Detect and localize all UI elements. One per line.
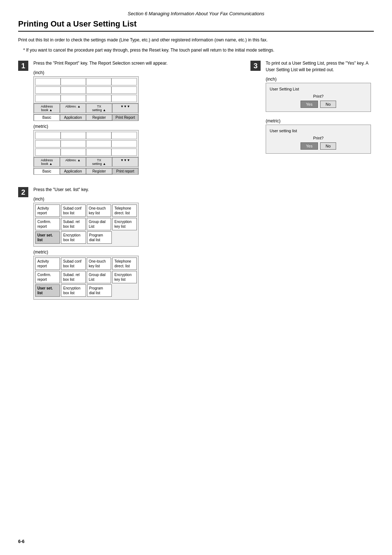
- tab-abbrev-inch[interactable]: Abbrev. ▲: [60, 104, 86, 113]
- btn-empty-metric: [113, 284, 137, 297]
- btn-user-set-inch[interactable]: User set. list: [35, 231, 60, 244]
- tab-address-book-metric[interactable]: Addressbook ▲: [34, 157, 60, 167]
- confirm-dialog-metric: User setting list Print? Yes No: [266, 125, 371, 154]
- intro-note: * If you want to cancel the procedure pa…: [23, 47, 374, 53]
- tab-printreport-inch[interactable]: Print Report: [112, 114, 138, 121]
- step3-metric-label: (metric): [266, 118, 374, 123]
- dialog-no-metric[interactable]: No: [320, 142, 336, 150]
- page-number: 6-6: [18, 539, 24, 544]
- report-row-2: Confirm. report Subad. rel box list Grou…: [35, 218, 137, 230]
- row1-cell2: [61, 78, 86, 85]
- step1-inch-label: (inch): [33, 70, 240, 75]
- row2-cell4: [111, 86, 137, 94]
- tab-address-book-inch[interactable]: Addressbook ▲: [34, 104, 60, 113]
- btn-empty-inch: [113, 231, 137, 244]
- tab-dots-inch[interactable]: ▼▼▼: [112, 104, 138, 113]
- row3-cell3: [86, 95, 111, 102]
- dialog-no-inch[interactable]: No: [320, 101, 336, 108]
- report-grid-inch: Activity report Subad conf box list One-…: [33, 203, 139, 247]
- section-title: Section 6 Managing Information About You…: [18, 11, 374, 16]
- tab-tx-setting-inch[interactable]: TXsetting ▲: [86, 104, 112, 113]
- row3-cell4: [111, 95, 137, 102]
- btn-user-set-metric[interactable]: User set. list: [35, 284, 60, 297]
- dialog-label-metric: Print?: [270, 136, 367, 140]
- report-grid-metric: Activity report Subad conf box list One-…: [33, 256, 139, 300]
- btn-subad-conf-metric[interactable]: Subad conf box list: [61, 258, 86, 270]
- row3-cell1: [35, 95, 61, 102]
- m-row2-cell4: [111, 140, 137, 147]
- intro-para1: Print out this list in order to check th…: [18, 37, 374, 43]
- m-row1-cell3: [86, 132, 111, 139]
- dialog-label-inch: Print?: [270, 94, 367, 98]
- dialog-yes-metric[interactable]: Yes: [301, 142, 318, 150]
- step1-text: Press the "Print Report" key. The Report…: [33, 60, 240, 66]
- btn-onetouch-inch[interactable]: One-touch key list: [87, 204, 111, 217]
- row3-cell2: [61, 95, 86, 102]
- m-row2-cell3: [86, 140, 111, 147]
- tab-register-inch[interactable]: Register: [86, 114, 112, 121]
- step2-number: 2: [18, 187, 28, 197]
- btn-subad-conf-inch[interactable]: Subad conf box list: [61, 204, 86, 217]
- report-row-1: Activity report Subad conf box list One-…: [35, 204, 137, 217]
- tab-basic-metric[interactable]: Basic: [34, 168, 60, 174]
- tab-abbrev-metric[interactable]: Abbrev. ▲: [60, 157, 86, 167]
- step1-metric-label: (metric): [33, 124, 240, 129]
- step2-text: Press the "User set. list" key.: [33, 186, 240, 193]
- m-row3-cell1: [35, 149, 61, 156]
- btn-confirm-report-inch[interactable]: Confirm. report: [35, 218, 60, 230]
- step2-metric-label: (metric): [33, 250, 240, 255]
- btn-subad-rel-inch[interactable]: Subad. rel box list: [61, 218, 86, 230]
- btn-encryption-key-inch[interactable]: Encryption key list: [112, 218, 137, 230]
- btn-telephone-metric[interactable]: Telephone direct. list: [112, 258, 137, 270]
- m-row3-cell2: [61, 149, 86, 156]
- step1-number: 1: [18, 61, 28, 71]
- step1-inch-screen: Addressbook ▲ Abbrev. ▲ TXsetting ▲ ▼▼▼ …: [33, 76, 139, 121]
- report-row-m1: Activity report Subad conf box list One-…: [35, 258, 137, 270]
- tab-register-metric[interactable]: Register: [86, 168, 112, 174]
- row2-cell1: [35, 86, 61, 94]
- step3-number: 3: [250, 61, 261, 71]
- btn-activity-report-inch[interactable]: Activity report: [35, 204, 60, 217]
- btn-onetouch-metric[interactable]: One-touch key list: [87, 258, 111, 270]
- btn-confirm-report-metric[interactable]: Confirm. report: [35, 271, 60, 283]
- m-row3-cell4: [111, 149, 137, 156]
- m-row3-cell3: [86, 149, 111, 156]
- step2-inch-label: (inch): [33, 197, 240, 202]
- tab-application-inch[interactable]: Application: [60, 114, 86, 121]
- report-row-3: User set. list Encryption box list Progr…: [35, 231, 137, 244]
- dialog-title-metric: User setting list: [270, 129, 367, 133]
- dialog-yes-inch[interactable]: Yes: [301, 101, 318, 108]
- m-row2-cell2: [61, 140, 86, 147]
- step1-metric-screen: Addressbook ▲ Abbrev. ▲ TXsetting ▲ ▼▼▼ …: [33, 130, 139, 175]
- dialog-title-inch: User Setting List: [270, 87, 367, 91]
- tab-tx-setting-metric[interactable]: TXsetting ▲: [86, 157, 112, 167]
- btn-encryption-box-inch[interactable]: Encryption box list: [61, 231, 86, 244]
- m-row1-cell1: [35, 132, 61, 139]
- row1-cell1: [35, 78, 61, 85]
- btn-program-dial-inch[interactable]: Program dial list: [87, 231, 112, 244]
- btn-group-dial-inch[interactable]: Group dial List: [87, 218, 111, 230]
- tab-printreport-metric[interactable]: Print report: [112, 168, 138, 174]
- step3-text: To print out a User Setting List, press …: [266, 60, 374, 73]
- row2-cell3: [86, 86, 111, 94]
- page-title: Printing Out a User Setting List: [18, 19, 374, 32]
- confirm-dialog-inch: User Setting List Print? Yes No: [266, 83, 371, 112]
- tab-application-metric[interactable]: Application: [60, 168, 86, 174]
- btn-activity-report-metric[interactable]: Activity report: [35, 258, 60, 270]
- btn-encryption-box-metric[interactable]: Encryption box list: [61, 284, 86, 297]
- row1-cell3: [86, 78, 111, 85]
- tab-dots-metric[interactable]: ▼▼▼: [112, 157, 138, 167]
- row1-cell4: [111, 78, 137, 85]
- row2-cell2: [61, 86, 86, 94]
- m-row2-cell1: [35, 140, 61, 147]
- btn-telephone-inch[interactable]: Telephone direct. list: [112, 204, 137, 217]
- btn-group-dial-metric[interactable]: Group dial List: [87, 271, 111, 283]
- tab-basic-inch[interactable]: Basic: [34, 114, 60, 121]
- btn-encryption-key-metric[interactable]: Encryption key list: [112, 271, 137, 283]
- m-row1-cell2: [61, 132, 86, 139]
- btn-subad-rel-metric[interactable]: Subad. rel box list: [61, 271, 86, 283]
- report-row-m2: Confirm. report Subad. rel box list Grou…: [35, 271, 137, 283]
- btn-program-dial-metric[interactable]: Program dial list: [87, 284, 112, 297]
- m-row1-cell4: [111, 132, 137, 139]
- step3-inch-label: (inch): [266, 77, 374, 82]
